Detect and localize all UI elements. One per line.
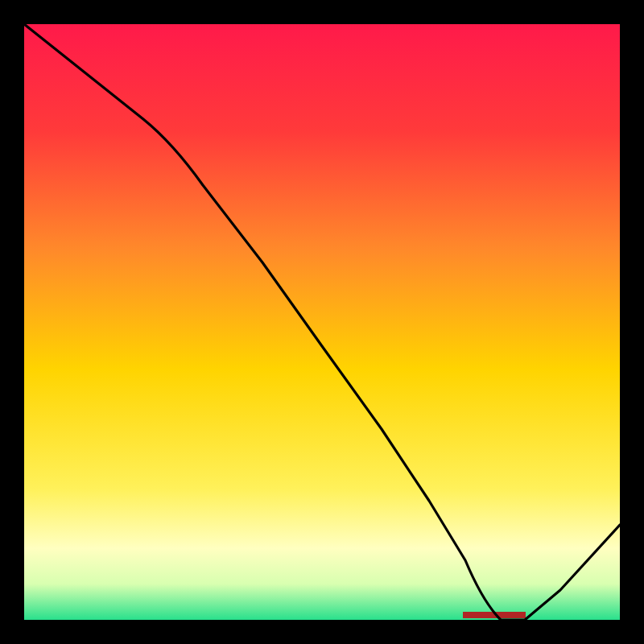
plot-background-gradient xyxy=(24,24,620,620)
chart-frame: TheBottleneck.com xyxy=(0,0,644,644)
bottleneck-chart xyxy=(0,0,644,644)
